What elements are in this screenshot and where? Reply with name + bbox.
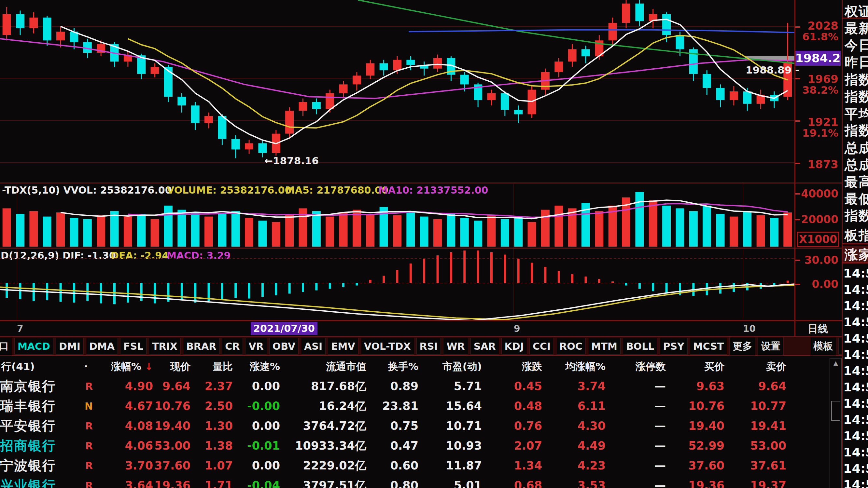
axis-tick xyxy=(795,284,800,285)
tab-mcst[interactable]: MCST xyxy=(690,338,727,354)
column-header-11[interactable]: 卖价 xyxy=(724,357,786,376)
axis-tick xyxy=(795,193,800,195)
cell-1: 10.76 xyxy=(153,396,190,416)
tab-mtm[interactable]: MTM xyxy=(588,338,620,354)
sidebar-label-9[interactable]: 总成 xyxy=(844,156,868,174)
crosshair-date-label: 2021/07/30五 xyxy=(251,322,317,335)
tab-emv[interactable]: EMV xyxy=(328,338,358,354)
cell-7: 0.68 xyxy=(482,476,542,488)
sidebar-time-10: 14:5 xyxy=(843,429,868,443)
axis-tick xyxy=(795,260,800,261)
cell-1: 9.64 xyxy=(153,377,190,396)
indicator-tab-bar: 口MACDDMIDMAFSLTRIXBRARCRVROBVASIEMVVOL-T… xyxy=(0,336,842,356)
sidebar-label-5[interactable]: 指数 xyxy=(844,88,868,106)
tab-obv[interactable]: OBV xyxy=(270,338,298,354)
cell-8: 4.49 xyxy=(542,436,606,456)
axis-tick xyxy=(795,219,800,220)
sidebar-label-11[interactable]: 最低 xyxy=(844,190,868,208)
tab-template[interactable]: 模板 xyxy=(810,337,836,355)
sidebar-time-9: 14:5 xyxy=(843,413,868,427)
tab-cci[interactable]: CCI xyxy=(530,338,554,354)
table-row[interactable]: 平安银行R4.0819.401.300.003764.72亿0.7510.710… xyxy=(0,416,830,436)
tab-kdj[interactable]: KDJ xyxy=(502,338,527,354)
cell-5: 0.75 xyxy=(366,416,418,436)
cell-9: — xyxy=(606,436,666,456)
tab--[interactable]: 更多 xyxy=(730,337,755,355)
column-header-1[interactable]: 现价 xyxy=(153,357,190,376)
table-scrollbar[interactable]: ▲ xyxy=(830,358,842,488)
column-header-4[interactable]: 流通市值 xyxy=(280,357,366,376)
tab-dma[interactable]: DMA xyxy=(86,338,118,354)
table-row[interactable]: 招商银行R4.0653.001.38-0.0110933.34亿0.4710.9… xyxy=(0,436,830,456)
scrollbar-thumb[interactable] xyxy=(831,401,840,421)
tab-asi[interactable]: ASI xyxy=(301,338,325,354)
sidebar-label-8[interactable]: 总成 xyxy=(844,139,868,157)
scrollbar-up-arrow[interactable]: ▲ xyxy=(830,359,841,367)
sidebar-label-12[interactable]: 指数 xyxy=(844,207,868,225)
table-row[interactable]: 宁波银行R3.7037.601.070.002229.02亿0.6011.871… xyxy=(0,456,830,476)
tab-window-fragment[interactable]: 口 xyxy=(0,337,12,355)
tab-brar[interactable]: BRAR xyxy=(183,338,219,354)
stock-mark: R xyxy=(76,416,93,436)
column-header-6[interactable]: 市盈(动) xyxy=(418,357,482,376)
cell-5: 0.80 xyxy=(366,476,418,488)
cell-0: 4.06 xyxy=(98,436,153,456)
sidebar-label-14[interactable]: 涨家 xyxy=(843,246,868,264)
cell-11: 37.61 xyxy=(724,456,786,476)
quote-sidebar[interactable]: 权证最新今日昨日指数指数平均指数总成总成最高最低指数板指涨家14:514:514… xyxy=(842,0,868,488)
macd-chart[interactable] xyxy=(0,249,795,320)
sidebar-label-7[interactable]: 指数 xyxy=(844,122,868,139)
cell-2: 1.71 xyxy=(190,476,233,488)
tab-macd[interactable]: MACD xyxy=(14,338,53,354)
column-header-5[interactable]: 换手% xyxy=(366,357,418,376)
tab-dmi[interactable]: DMI xyxy=(56,338,83,354)
tab-roc[interactable]: ROC xyxy=(556,338,585,354)
column-header-10[interactable]: 买价 xyxy=(666,357,724,376)
cell-9: — xyxy=(606,396,666,416)
cell-6: 5.01 xyxy=(418,476,482,488)
table-row[interactable]: 兴业银行R3.6419.361.71-0.043797.51亿0.805.010… xyxy=(0,476,830,488)
column-header-8[interactable]: 均涨幅% xyxy=(542,357,606,376)
tab-vol-tdx[interactable]: VOL-TDX xyxy=(361,338,414,354)
separator-volume-macd xyxy=(0,248,842,249)
sidebar-label-2[interactable]: 今日 xyxy=(844,36,868,54)
fib-level-label: 202861.8% xyxy=(802,20,838,42)
column-header-0[interactable]: 涨幅% ↓ xyxy=(98,357,153,376)
sidebar-label-3[interactable]: 昨日 xyxy=(844,53,868,71)
candlestick-chart[interactable] xyxy=(0,0,795,183)
tab-trix[interactable]: TRIX xyxy=(149,338,180,354)
tab-sar[interactable]: SAR xyxy=(471,338,499,354)
tab-psy[interactable]: PSY xyxy=(660,338,687,354)
tab-boll[interactable]: BOLL xyxy=(623,338,657,354)
tab-wr[interactable]: WR xyxy=(443,338,468,354)
tab-cr[interactable]: CR xyxy=(222,338,243,354)
sidebar-label-4[interactable]: 指数 xyxy=(844,71,868,89)
volume-chart[interactable] xyxy=(0,184,795,248)
tab-fsl[interactable]: FSL xyxy=(121,338,146,354)
column-header-9[interactable]: 涨停数 xyxy=(606,357,666,376)
column-header-bullet[interactable]: · xyxy=(65,357,88,376)
separator-main-volume xyxy=(0,183,842,184)
sidebar-label-13[interactable]: 板指 xyxy=(844,226,868,244)
tab-vr[interactable]: VR xyxy=(246,338,266,354)
cell-0: 3.64 xyxy=(98,476,153,488)
sidebar-time-5: 14:5 xyxy=(843,348,868,362)
table-row[interactable]: 瑞丰银行N4.6710.762.50-0.0016.24亿23.8115.640… xyxy=(0,396,830,416)
cell-9: — xyxy=(606,416,666,436)
tab--[interactable]: 设置 xyxy=(758,337,783,355)
column-header-group[interactable]: 行(41) xyxy=(1,357,63,376)
column-header-7[interactable]: 涨跌 xyxy=(482,357,542,376)
cell-6: 10.93 xyxy=(418,436,482,456)
column-header-2[interactable]: 量比 xyxy=(190,357,233,376)
current-level-price-box: 1984.2 xyxy=(795,51,841,66)
stock-table-header[interactable]: 行(41)·涨幅% ↓现价量比涨速%流通市值换手%市盈(动)涨跌均涨幅%涨停数买… xyxy=(0,357,830,376)
cell-4: 3764.72亿 xyxy=(280,416,366,436)
tab-rsi[interactable]: RSI xyxy=(417,338,441,354)
cell-8: 3.74 xyxy=(542,377,606,396)
cell-6: 15.64 xyxy=(418,396,482,416)
table-row[interactable]: 南京银行R4.909.642.370.00817.68亿0.895.710.45… xyxy=(0,377,830,396)
column-header-3[interactable]: 涨速% xyxy=(233,357,280,376)
sidebar-label-1[interactable]: 最新 xyxy=(844,20,868,37)
sidebar-label-10[interactable]: 最高 xyxy=(844,173,868,191)
sidebar-label-6[interactable]: 平均 xyxy=(844,105,868,123)
